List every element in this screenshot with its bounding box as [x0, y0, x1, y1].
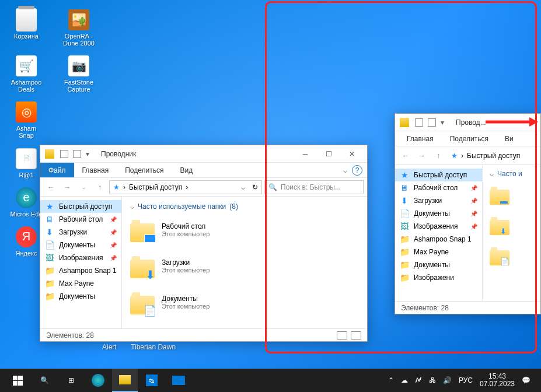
task-view-button[interactable]: ⊞	[58, 369, 84, 392]
folder-item[interactable]: ⬇ЗагрузкиЭтот компьютер	[130, 254, 359, 278]
section-header[interactable]: ⌵ Часто используемые папки (8)	[130, 202, 359, 211]
qat-btn[interactable]	[73, 150, 81, 158]
sidebar-item-label: Загрузки	[59, 228, 87, 236]
tab-home[interactable]: Главная	[395, 131, 442, 146]
desktop-icon-openra[interactable]: 🏜️OpenRA - Dune 2000	[58, 6, 99, 49]
tab-share[interactable]: Поделиться	[117, 163, 172, 177]
folder-item[interactable]: 📄ДокументыЭтот компьютер	[130, 290, 359, 314]
sidebar-item[interactable]: 🖼Изображения📌	[40, 251, 121, 264]
minimize-button[interactable]: ─	[295, 147, 316, 161]
sidebar-item[interactable]: 📁Документы	[40, 290, 121, 303]
search-input[interactable]: 🔍 Поиск в: Быстры...	[264, 180, 364, 194]
up-button[interactable]: ↑	[431, 149, 445, 163]
sidebar-item[interactable]: 📁Max Payne	[395, 246, 482, 258]
qat-btn[interactable]	[428, 118, 436, 127]
ribbon-expand[interactable]: ⌵	[338, 166, 352, 174]
sidebar-item[interactable]: 📄Документы📌	[40, 239, 121, 251]
back-button[interactable]: ←	[399, 149, 413, 163]
taskbar-app-store[interactable]: 🛍	[139, 369, 165, 392]
taskbar-app-mail[interactable]	[166, 369, 191, 392]
taskbar-app-edge[interactable]	[85, 369, 111, 392]
tray-network-icon[interactable]: 🖧	[429, 376, 436, 384]
breadcrumb-chevron[interactable]: ›	[123, 183, 125, 191]
breadcrumb[interactable]: Быстрый доступ	[467, 152, 520, 160]
sidebar-item-label: Быстрый доступ	[414, 171, 467, 179]
start-button[interactable]	[5, 369, 30, 392]
folder-item[interactable]: ▬	[490, 185, 509, 209]
section-header[interactable]: ⌵ Часто и	[490, 170, 538, 178]
desktop-icon-faststone[interactable]: 📷FastStone Capture	[58, 52, 99, 95]
titlebar[interactable]: ▾ Проводник ─ ☐ ✕	[40, 145, 367, 163]
folder-item[interactable]: 📄	[490, 246, 509, 270]
tray-clock[interactable]: 15:43 07.07.2023	[480, 373, 515, 388]
breadcrumb[interactable]: Быстрый доступ	[129, 183, 182, 191]
address-dropdown[interactable]: ⌵	[241, 183, 245, 191]
sidebar-item[interactable]: 🖼Изображения📌	[395, 220, 482, 233]
folder-subtitle: Этот компьютер	[162, 230, 210, 237]
sidebar-item[interactable]: ⬇Загрузки📌	[40, 226, 121, 239]
refresh-button[interactable]: ↻	[249, 183, 258, 191]
icon-label: Micros Edg	[10, 211, 42, 218]
tab-view[interactable]: Вид	[172, 163, 201, 177]
pin-icon: 📌	[470, 185, 477, 191]
view-details-button[interactable]	[337, 331, 347, 340]
sidebar-item[interactable]: 🖥Рабочий стол📌	[395, 181, 482, 194]
sidebar-item-label: Документы	[414, 209, 450, 218]
sidebar-item[interactable]: 🖥Рабочий стол📌	[40, 213, 121, 226]
sidebar-item[interactable]: 📁Документы	[395, 258, 482, 271]
up-button[interactable]: ↑	[93, 180, 107, 194]
help-button[interactable]: ?	[352, 165, 362, 176]
forward-button[interactable]: →	[60, 180, 74, 194]
search-button[interactable]: 🔍	[32, 369, 57, 392]
tray-volume-icon[interactable]: 🔊	[443, 376, 452, 384]
sidebar-item[interactable]: 📁Изображени	[395, 271, 482, 284]
sidebar-item[interactable]: 📁Max Payne	[40, 277, 121, 290]
qat-dropdown[interactable]: ▾	[86, 150, 94, 158]
search-placeholder: Поиск в: Быстры...	[281, 183, 341, 191]
forward-button[interactable]: →	[415, 149, 429, 163]
qat-btn[interactable]	[60, 150, 68, 158]
folder-item[interactable]: ⬇	[490, 215, 509, 240]
download-icon: ⬇	[45, 228, 54, 237]
breadcrumb-chevron[interactable]: ›	[186, 183, 188, 191]
breadcrumb-chevron[interactable]: ›	[461, 152, 463, 160]
tab-home[interactable]: Главная	[74, 163, 117, 177]
sidebar-item[interactable]: ★Быстрый доступ	[40, 200, 121, 213]
titlebar[interactable]: ▾ Провод...	[395, 114, 540, 131]
maximize-button[interactable]: ☐	[318, 147, 339, 161]
folder-item[interactable]: Рабочий столЭтот компьютер	[130, 218, 359, 242]
view-icons-button[interactable]	[351, 331, 361, 340]
sidebar-item[interactable]: 📁Ashampoo Snap 1	[40, 264, 121, 277]
icon-label: Яндекс	[16, 250, 37, 257]
tray-notifications-icon[interactable]: 💬	[522, 376, 530, 384]
tray-language[interactable]: РУС	[459, 376, 473, 384]
tray-onedrive-icon[interactable]: ☁	[401, 376, 408, 384]
address-bar[interactable]: ★ › Быстрый доступ	[448, 149, 537, 163]
sidebar-item[interactable]: 📄Документы📌	[395, 207, 482, 220]
close-button[interactable]: ✕	[341, 147, 362, 161]
sidebar-item-label: Изображения	[59, 254, 103, 262]
sidebar-item[interactable]: ★Быстрый доступ	[395, 169, 482, 181]
folder-icon: 📁	[400, 273, 409, 282]
tray-power-icon[interactable]: 🗲	[415, 376, 422, 384]
window-title: Проводник	[101, 150, 136, 158]
folder-icon: 📁	[45, 292, 54, 301]
icon-label: OpenRA - Dune 2000	[61, 33, 97, 47]
document-icon: 📄	[144, 306, 156, 316]
desktop-icon-recycle-bin[interactable]: Корзина	[6, 6, 47, 49]
tab-view[interactable]: Ви	[497, 131, 522, 146]
taskbar-app-explorer[interactable]	[112, 369, 138, 392]
back-button[interactable]: ←	[44, 180, 58, 194]
qat-dropdown[interactable]: ▾	[441, 118, 449, 127]
tab-file[interactable]: Файл	[40, 163, 74, 177]
sidebar-item-label: Быстрый доступ	[59, 202, 112, 211]
sidebar-item[interactable]: 📁Ashampoo Snap 1	[395, 233, 482, 246]
tray-expand[interactable]: ⌃	[388, 376, 394, 384]
desktop-icon-ashampoo-snap[interactable]: ◎Asham Snap	[6, 98, 47, 141]
desktop-icon-ashampoo-deals[interactable]: 🛒Ashampoo Deals	[6, 52, 47, 95]
sidebar-item[interactable]: ⬇Загрузки📌	[395, 194, 482, 207]
address-bar[interactable]: ★ › Быстрый доступ › ⌵ ↻	[109, 180, 262, 194]
tab-share[interactable]: Поделиться	[442, 131, 497, 146]
qat-btn[interactable]	[415, 118, 423, 127]
recent-dropdown[interactable]: ⌵	[76, 180, 90, 194]
